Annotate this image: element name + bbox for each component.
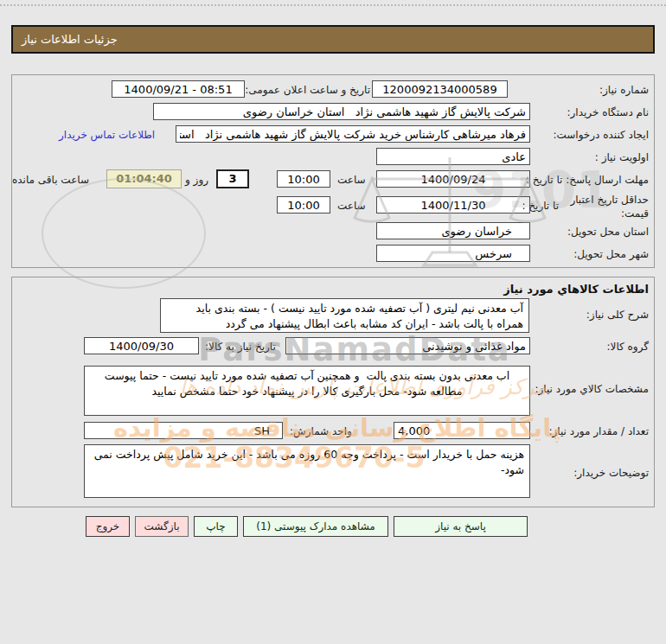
goods-group-label: گروه کالا: bbox=[607, 341, 650, 353]
validity-label: حداقل تاریخ اعتبار قیمت: bbox=[560, 193, 649, 220]
buyer-name-label: نام دستگاه خریدار: bbox=[567, 106, 650, 118]
until-date-label: تا تاریخ : bbox=[526, 174, 563, 186]
days-label: روز و bbox=[185, 174, 208, 186]
countdown-timer: 01:04:40 bbox=[106, 169, 182, 188]
need-number-label: شماره نیاز: bbox=[599, 84, 649, 96]
priority-field[interactable] bbox=[376, 148, 530, 165]
priority-label: اولویت نیاز : bbox=[595, 151, 649, 163]
buyer-notes-textarea[interactable]: هزینه حمل با خریدار است - پرداخت وجه 60 … bbox=[84, 444, 530, 498]
announce-datetime-label: تاریخ و ساعت اعلان عمومی: bbox=[245, 84, 370, 96]
deadline-label: مهلت ارسال پاسخ: تا تاریخ : bbox=[526, 174, 649, 186]
quantity-field[interactable] bbox=[394, 422, 530, 439]
quantity-label: تعداد / مقدار مورد نیاز: bbox=[548, 425, 649, 437]
deadline-hour-label: ساعت bbox=[337, 174, 366, 186]
validity-until-label: تا تاریخ : bbox=[522, 200, 559, 212]
province-label: استان محل تحویل: bbox=[567, 226, 649, 238]
creator-label: ایجاد کننده درخواست: bbox=[553, 129, 649, 141]
specs-textarea[interactable]: اب معدنی بدون بسته بندی پالت و همچنین آب… bbox=[84, 366, 530, 416]
need-date-label: تاریخ نیاز به کالا: bbox=[205, 341, 276, 353]
back-button[interactable]: بازگشت bbox=[135, 516, 189, 537]
top-dotted-divider bbox=[0, 4, 666, 6]
goods-section-header: اطلاعات کالاهاي مورد نیاز bbox=[503, 283, 649, 296]
buyer-notes-label: توضیحات خریدار: bbox=[573, 467, 649, 479]
need-date-field[interactable] bbox=[84, 337, 199, 354]
city-field[interactable] bbox=[376, 245, 530, 262]
page-title: جزئیات اطلاعات نیاز bbox=[11, 25, 655, 54]
announce-datetime-field[interactable] bbox=[112, 80, 245, 98]
validity-hour-label: ساعت bbox=[337, 200, 366, 212]
deadline-label-text: مهلت ارسال پاسخ: bbox=[566, 174, 649, 186]
unit-field[interactable] bbox=[84, 422, 283, 439]
print-button[interactable]: چاپ bbox=[194, 516, 238, 537]
validity-date-field[interactable] bbox=[376, 196, 530, 214]
buyer-contact-link[interactable]: اطلاعات تماس خریدار bbox=[59, 129, 155, 141]
deadline-date-field[interactable] bbox=[376, 170, 530, 188]
general-description-label: شرح کلی نیاز: bbox=[586, 309, 649, 321]
respond-to-need-button[interactable]: پاسخ به نیاز bbox=[394, 516, 528, 537]
days-remaining-box: 3 bbox=[216, 169, 249, 188]
need-number-field[interactable] bbox=[372, 80, 508, 98]
city-label: شهر محل تحویل: bbox=[573, 248, 649, 260]
validity-time-field[interactable] bbox=[277, 196, 330, 214]
request-details-page: جزئیات اطلاعات نیاز شماره نیاز: تاریخ و … bbox=[0, 0, 666, 644]
exit-button[interactable]: خروج bbox=[86, 516, 130, 537]
unit-label: واحد شمارش: bbox=[290, 425, 352, 437]
general-description-textarea[interactable]: آب معدنی نیم لیتری ( آب تصفیه شده مورد ت… bbox=[160, 298, 529, 333]
creator-field[interactable] bbox=[176, 125, 530, 143]
province-field[interactable] bbox=[376, 222, 530, 239]
goods-group-field[interactable] bbox=[285, 337, 530, 354]
buyer-name-field[interactable] bbox=[153, 103, 530, 120]
countdown-label: ساعت باقی مانده bbox=[12, 174, 89, 186]
specs-label: مشخصات کالاي مورد نیاز: bbox=[535, 383, 649, 395]
view-attachments-button[interactable]: مشاهده مدارک پیوستی (1) bbox=[243, 516, 388, 537]
deadline-time-field[interactable] bbox=[277, 170, 330, 188]
